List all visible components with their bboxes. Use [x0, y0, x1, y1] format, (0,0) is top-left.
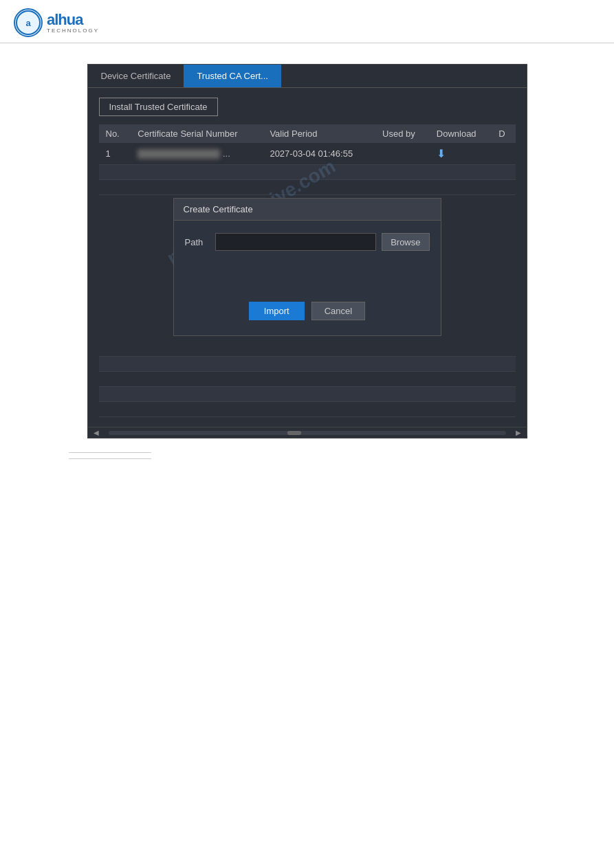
dialog-spacer: [185, 260, 430, 302]
footer-lines: [34, 452, 580, 459]
dialog-title: Create Certificate: [174, 199, 441, 221]
browse-button[interactable]: Browse: [382, 233, 429, 251]
header: a alhua TECHNOLOGY: [0, 0, 614, 43]
cell-d: [492, 143, 515, 165]
col-download: Download: [430, 124, 492, 143]
logo-text: alhua TECHNOLOGY: [47, 12, 99, 34]
alt-row: [99, 357, 516, 372]
col-d: D: [492, 124, 515, 143]
scrollbar-thumb[interactable]: [287, 431, 301, 435]
panel-body: Install Trusted Certificate No. Certific…: [88, 88, 527, 427]
alt-row: [99, 372, 516, 387]
logo: a alhua TECHNOLOGY: [14, 8, 99, 37]
table-row-empty: [99, 180, 516, 195]
footer-line-1: [69, 452, 151, 453]
install-trusted-cert-button[interactable]: Install Trusted Certificate: [99, 98, 218, 116]
col-serial: Certificate Serial Number: [131, 124, 263, 143]
logo-icon: a: [14, 8, 43, 37]
tab-bar: Device Certificate Trusted CA Cert...: [88, 65, 527, 88]
certificate-panel: Device Certificate Trusted CA Cert... In…: [87, 64, 527, 438]
alt-row: [99, 342, 516, 357]
horizontal-scrollbar[interactable]: ◀ ▶: [88, 427, 527, 438]
empty-rows-area: [99, 342, 516, 417]
logo-sub: TECHNOLOGY: [47, 27, 99, 34]
cell-no: 1: [99, 143, 131, 165]
path-row: Path Browse: [185, 233, 430, 251]
table-header-row: No. Certificate Serial Number Valid Peri…: [99, 124, 516, 143]
cell-serial: ...: [131, 143, 263, 165]
alt-row: [99, 402, 516, 417]
alt-row: [99, 387, 516, 402]
footer-line-2: [69, 458, 151, 459]
download-icon[interactable]: ⬇: [437, 148, 446, 159]
cell-valid: 2027-03-04 01:46:55: [263, 143, 375, 165]
scroll-right-arrow[interactable]: ▶: [513, 427, 524, 438]
logo-brand: alhua: [47, 12, 99, 27]
path-label: Path: [185, 237, 210, 247]
dialog-actions: Import Cancel: [185, 302, 430, 327]
cell-usedby: [375, 143, 430, 165]
import-button[interactable]: Import: [249, 302, 305, 320]
col-no: No.: [99, 124, 131, 143]
main-content: manualsarchive.com Device Certificate Tr…: [0, 43, 614, 485]
cancel-button[interactable]: Cancel: [311, 302, 365, 320]
serial-blurred: [138, 149, 220, 159]
cell-download[interactable]: ⬇: [430, 143, 492, 165]
col-usedby: Used by: [375, 124, 430, 143]
path-input[interactable]: [215, 233, 377, 251]
create-certificate-dialog: Create Certificate Path Browse: [173, 198, 441, 336]
certificate-table: No. Certificate Serial Number Valid Peri…: [99, 124, 516, 195]
table-row: 1 ... 2027-03-04 01:46:55 ⬇: [99, 143, 516, 165]
tab-device-certificate[interactable]: Device Certificate: [88, 65, 184, 87]
panel-wrapper: manualsarchive.com Device Certificate Tr…: [87, 64, 527, 438]
scroll-left-arrow[interactable]: ◀: [91, 427, 102, 438]
table-row-empty: [99, 165, 516, 180]
col-valid: Valid Period: [263, 124, 375, 143]
dialog-body: Path Browse Import: [174, 221, 441, 335]
scrollbar-track[interactable]: [109, 431, 506, 435]
tab-trusted-ca-cert[interactable]: Trusted CA Cert...: [184, 65, 281, 87]
svg-text:a: a: [25, 18, 31, 28]
